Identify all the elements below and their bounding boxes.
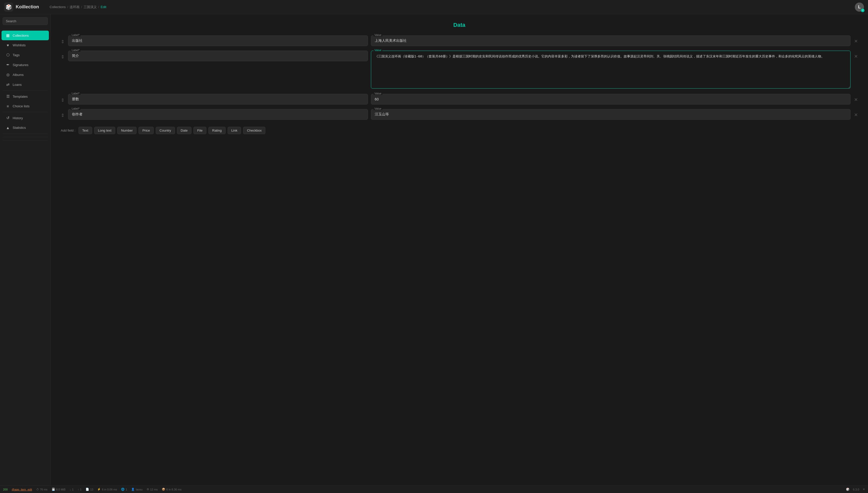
- sidebar-item-loans[interactable]: ⇄ Loans: [1, 80, 49, 89]
- status-translations: 🌐 1: [121, 488, 127, 491]
- breadcrumb-collections[interactable]: Collections: [50, 5, 66, 9]
- sidebar-item-tags[interactable]: ⬡ Tags: [1, 50, 49, 60]
- signatures-icon: ✒: [5, 63, 10, 67]
- status-db-reads: ↓ 1: [70, 488, 74, 491]
- tags-icon: ⬡: [5, 52, 10, 57]
- sidebar-item-label-statistics: Statistics: [13, 126, 26, 130]
- field-label-input-2[interactable]: [68, 94, 368, 105]
- field-value-textarea-1[interactable]: 《三国演义连环画（珍藏版1-60）（套装共60册）》是根据三国时期的史实和民间传…: [371, 50, 850, 89]
- field-row-0: ⇕ Label* Value ✕: [61, 36, 858, 46]
- loans-icon: ⇄: [5, 82, 10, 87]
- wishlists-icon: ♥: [5, 43, 10, 47]
- sidebar-divider-top: [2, 29, 48, 29]
- remove-field-btn-1[interactable]: ✕: [854, 50, 858, 59]
- add-field-type-date[interactable]: Date: [177, 127, 191, 134]
- close-icon[interactable]: ✕: [863, 488, 865, 491]
- drag-handle-3[interactable]: ⇕: [61, 109, 65, 118]
- add-field-type-file[interactable]: File: [193, 127, 206, 134]
- sidebar-item-label-wishlists: Wishlists: [13, 43, 26, 47]
- add-field-type-price[interactable]: Price: [139, 127, 154, 134]
- add-field-bar: Add field : TextLong textNumberPriceCoun…: [61, 127, 858, 134]
- sidebar-item-history[interactable]: ↺ History: [1, 113, 49, 123]
- sidebar-item-label-collections: Collections: [13, 34, 29, 38]
- add-field-type-rating[interactable]: Rating: [208, 127, 226, 134]
- app-name: Koillection: [16, 4, 39, 9]
- field-row-2: ⇕ Label* Value ✕: [61, 94, 858, 105]
- status-user: 👤 laosu: [131, 488, 142, 491]
- field-label-wrap-0: Label*: [68, 36, 368, 46]
- avatar-badge: ✓: [861, 8, 865, 12]
- field-types-container: TextLong textNumberPriceCountryDateFileR…: [79, 127, 266, 134]
- statusbar: 200 @app_item_edit ⏱ 76 ms 💾 8.0 MiB ↓ 1…: [0, 486, 868, 493]
- field-row-1: ⇕ Label* Value 《三国演义连环画（珍藏版1-60）（套装共60册）…: [61, 50, 858, 89]
- remove-field-btn-2[interactable]: ✕: [854, 94, 858, 103]
- choice-lists-icon: ≡: [5, 104, 10, 108]
- add-field-type-checkbox[interactable]: Checkbox: [243, 127, 266, 134]
- statistics-icon: ▲: [5, 126, 10, 130]
- field-value-wrap-2: Value: [371, 94, 850, 105]
- remove-field-btn-0[interactable]: ✕: [854, 36, 858, 44]
- breadcrumb-sanguoyanyi[interactable]: 三国演义: [84, 5, 97, 9]
- field-value-input-0[interactable]: [371, 36, 850, 46]
- koillection-icon: 🎲: [846, 488, 849, 491]
- drag-handle-0[interactable]: ⇕: [61, 36, 65, 45]
- field-value-wrap-0: Value: [371, 36, 850, 46]
- avatar[interactable]: L ✓: [855, 2, 864, 12]
- sidebar-item-label-tags: Tags: [13, 53, 20, 57]
- status-version: 6.3.0: [853, 488, 859, 491]
- add-field-type-text[interactable]: Text: [79, 127, 92, 134]
- field-value-input-3[interactable]: [371, 109, 850, 120]
- field-value-wrap-3: Value: [371, 109, 850, 120]
- drag-handle-1[interactable]: ⇕: [61, 50, 65, 60]
- field-label-input-0[interactable]: [68, 36, 368, 46]
- field-label-wrap-2: Label*: [68, 94, 368, 105]
- add-field-type-long-text[interactable]: Long text: [94, 127, 115, 134]
- sidebar-item-collections[interactable]: ▦ Collections: [1, 30, 49, 40]
- field-label-wrap-1: Label*: [68, 50, 368, 61]
- status-route: @app_item_edit: [12, 488, 32, 491]
- sidebar-item-wishlists[interactable]: ♥ Wishlists: [1, 41, 49, 50]
- sidebar-item-label-history: History: [13, 116, 23, 120]
- field-value-wrap-1: Value 《三国演义连环画（珍藏版1-60）（套装共60册）》是根据三国时期的…: [371, 50, 850, 89]
- field-group-2: Label* Value: [68, 94, 850, 105]
- field-value-input-2[interactable]: [371, 94, 850, 105]
- main-layout: Search ▦ Collections ♥ Wishlists ⬡ Tags …: [0, 14, 868, 486]
- field-row-3: ⇕ Label* Value ✕: [61, 109, 858, 120]
- sidebar-item-label-templates: Templates: [13, 95, 27, 99]
- remove-field-btn-3[interactable]: ✕: [854, 109, 858, 118]
- add-field-type-number[interactable]: Number: [117, 127, 136, 134]
- status-num: 200: [3, 488, 7, 491]
- sidebar-item-signatures[interactable]: ✒ Signatures: [1, 60, 49, 70]
- status-events: ⚙ 12 ms: [147, 488, 158, 491]
- sidebar-item-albums[interactable]: ◎ Albums: [1, 70, 49, 80]
- sidebar-item-statistics[interactable]: ▲ Statistics: [1, 123, 49, 132]
- status-db-writes: ↑ 1: [78, 488, 82, 491]
- sidebar-divider-mid3: [2, 140, 48, 141]
- page-title: Data: [61, 22, 858, 28]
- breadcrumb: Collections / 连环画 / 三国演义 / Edit: [50, 5, 855, 9]
- content-area: Data ⇕ Label* Value ✕⇕ Label* Value 《三国演…: [51, 14, 868, 486]
- status-time: ⏱ 76 ms: [36, 488, 48, 491]
- breadcrumb-lianhuanhua[interactable]: 连环画: [70, 5, 80, 9]
- field-group-3: Label* Value: [68, 109, 850, 120]
- sidebar-item-choice-lists[interactable]: ≡ Choice lists: [1, 102, 49, 111]
- field-label-input-1[interactable]: [68, 50, 368, 61]
- history-icon: ↺: [5, 116, 10, 120]
- field-label-wrap-3: Label*: [68, 109, 368, 120]
- drag-handle-2[interactable]: ⇕: [61, 94, 65, 103]
- field-group-1: Label* Value 《三国演义连环画（珍藏版1-60）（套装共60册）》是…: [68, 50, 850, 89]
- search-input[interactable]: Search: [2, 17, 48, 25]
- sidebar-item-label-choice-lists: Choice lists: [13, 104, 29, 108]
- sidebar-item-templates[interactable]: ☰ Templates: [1, 92, 49, 101]
- status-cache: ⚡ 6 in 0.06 ms: [97, 488, 117, 491]
- add-field-type-country[interactable]: Country: [156, 127, 175, 134]
- breadcrumb-edit[interactable]: Edit: [101, 5, 106, 9]
- field-label-input-3[interactable]: [68, 109, 368, 120]
- albums-icon: ◎: [5, 72, 10, 77]
- add-field-type-link[interactable]: Link: [228, 127, 241, 134]
- sidebar-item-label-signatures: Signatures: [13, 63, 28, 67]
- sidebar-divider-after-loans: [2, 90, 48, 91]
- sidebar: Search ▦ Collections ♥ Wishlists ⬡ Tags …: [0, 14, 51, 486]
- topnav: 🎲 Koillection Collections / 连环画 / 三国演义 /…: [0, 0, 868, 14]
- status-other: 📦 6 in 8.36 ms: [162, 488, 182, 491]
